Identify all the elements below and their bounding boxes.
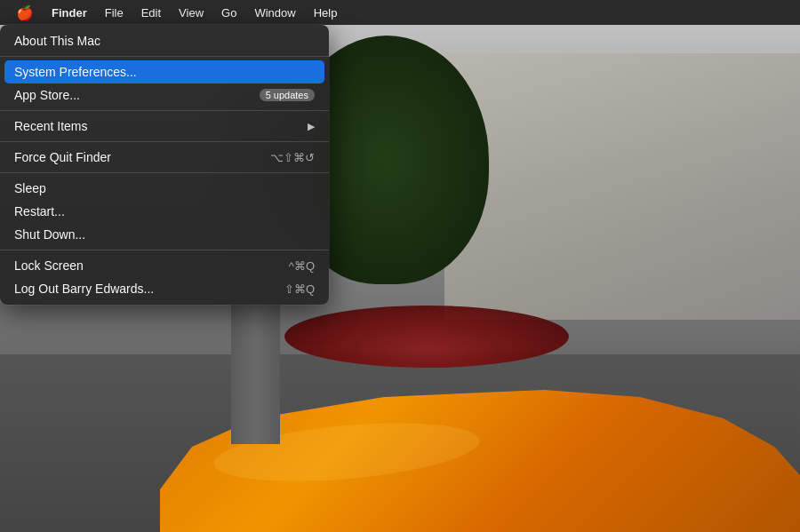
sleep-label: Sleep: [14, 181, 46, 195]
force-quit-shortcut: ⌥⇧⌘↺: [270, 151, 315, 164]
menubar-edit[interactable]: Edit: [132, 0, 170, 25]
log-out-label: Log Out Barry Edwards...: [14, 282, 154, 296]
menu-item-shut-down[interactable]: Shut Down...: [0, 223, 329, 246]
shut-down-label: Shut Down...: [14, 227, 85, 242]
system-prefs-label: System Preferences...: [14, 65, 137, 79]
menu-item-app-store[interactable]: App Store... 5 updates: [0, 83, 329, 107]
apple-menu-button[interactable]: 🍎: [7, 0, 43, 25]
app-store-badge: 5 updates: [260, 89, 315, 101]
separator-1: [0, 56, 329, 57]
menu-item-restart[interactable]: Restart...: [0, 200, 329, 223]
separator-5: [0, 250, 329, 250]
menu-item-recent-items[interactable]: Recent Items ▶: [0, 115, 329, 138]
menu-item-force-quit[interactable]: Force Quit Finder ⌥⇧⌘↺: [0, 146, 329, 169]
menubar-help[interactable]: Help: [305, 0, 347, 25]
apple-icon: 🍎: [16, 4, 34, 21]
about-label: About This Mac: [14, 34, 100, 48]
menu-item-about[interactable]: About This Mac: [0, 29, 329, 52]
separator-3: [0, 141, 329, 142]
lock-screen-shortcut: ^⌘Q: [289, 259, 315, 273]
menubar-window[interactable]: Window: [245, 0, 304, 25]
menu-item-log-out[interactable]: Log Out Barry Edwards... ⇧⌘Q: [0, 277, 329, 300]
menubar-go[interactable]: Go: [212, 0, 245, 25]
menu-item-lock-screen[interactable]: Lock Screen ^⌘Q: [0, 254, 329, 277]
apple-dropdown-menu: About This Mac System Preferences... App…: [0, 25, 329, 305]
log-out-shortcut: ⇧⌘Q: [284, 282, 315, 296]
menu-item-system-preferences[interactable]: System Preferences...: [4, 60, 324, 83]
lock-screen-label: Lock Screen: [14, 258, 84, 273]
menubar: 🍎 Finder File Edit View Go Window Help: [0, 0, 800, 25]
menubar-file[interactable]: File: [96, 0, 132, 25]
force-quit-label: Force Quit Finder: [14, 150, 111, 164]
menubar-finder[interactable]: Finder: [43, 0, 96, 25]
menu-item-sleep[interactable]: Sleep: [0, 177, 329, 200]
recent-items-arrow: ▶: [308, 121, 315, 132]
app-store-label: App Store...: [14, 88, 80, 102]
separator-2: [0, 110, 329, 111]
separator-4: [0, 172, 329, 173]
menubar-view[interactable]: View: [170, 0, 212, 25]
recent-items-label: Recent Items: [14, 119, 87, 133]
restart-label: Restart...: [14, 204, 65, 218]
